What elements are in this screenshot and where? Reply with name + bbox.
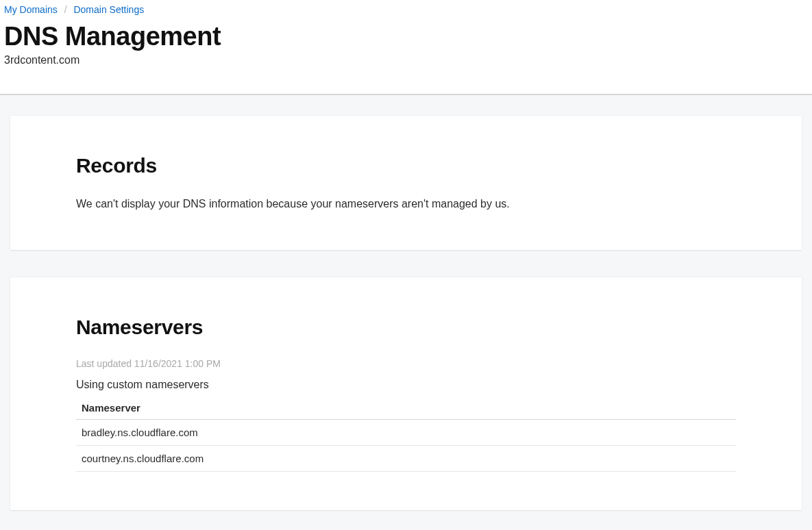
nameservers-column-header: Nameserver xyxy=(76,396,736,420)
records-message: We can't display your DNS information be… xyxy=(76,197,736,212)
records-heading: Records xyxy=(76,154,736,177)
breadcrumb-separator: / xyxy=(64,4,67,15)
breadcrumb: My Domains / Domain Settings xyxy=(4,4,808,15)
breadcrumb-link-my-domains[interactable]: My Domains xyxy=(4,4,58,15)
nameserver-value: courtney.ns.cloudflare.com xyxy=(76,446,736,472)
records-card: Records We can't display your DNS inform… xyxy=(10,116,802,250)
page-header: My Domains / Domain Settings DNS Managem… xyxy=(0,0,812,95)
nameservers-table: Nameserver bradley.ns.cloudflare.com cou… xyxy=(76,396,736,472)
nameservers-last-updated: Last updated 11/16/2021 1:00 PM xyxy=(76,358,736,369)
nameservers-heading: Nameservers xyxy=(76,316,736,339)
table-row: bradley.ns.cloudflare.com xyxy=(76,420,736,446)
page-domain: 3rdcontent.com xyxy=(4,54,808,66)
content-area: Records We can't display your DNS inform… xyxy=(0,95,812,530)
nameservers-card: Nameservers Last updated 11/16/2021 1:00… xyxy=(10,277,802,510)
breadcrumb-link-domain-settings[interactable]: Domain Settings xyxy=(73,4,144,15)
nameservers-subtitle: Using custom nameservers xyxy=(76,379,736,391)
nameserver-value: bradley.ns.cloudflare.com xyxy=(76,420,736,446)
page-title: DNS Management xyxy=(4,22,808,51)
table-row: courtney.ns.cloudflare.com xyxy=(76,446,736,472)
